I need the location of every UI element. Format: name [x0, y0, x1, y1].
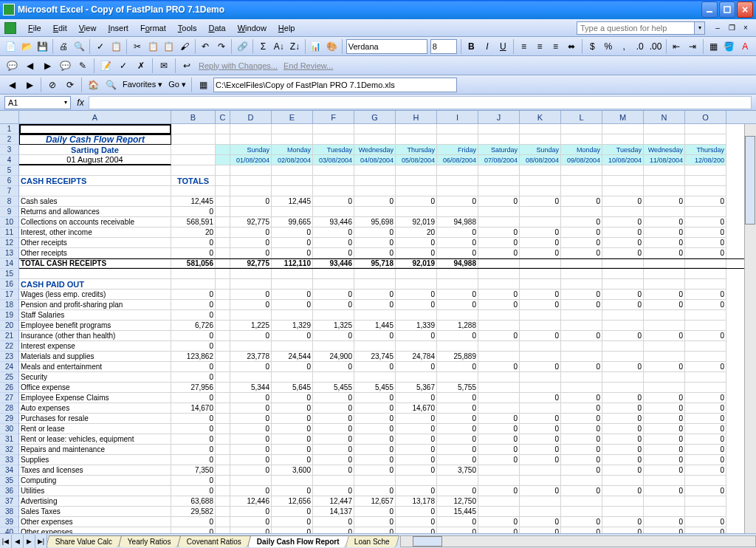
- cell[interactable]: [478, 393, 520, 403]
- cell[interactable]: [685, 496, 726, 507]
- column-header-g[interactable]: G: [354, 111, 396, 123]
- cell[interactable]: 0: [644, 238, 685, 248]
- cell[interactable]: [602, 176, 644, 186]
- cell[interactable]: 92,019: [396, 259, 437, 268]
- cell[interactable]: [644, 134, 685, 145]
- cell[interactable]: CASH PAID OUT: [19, 279, 171, 290]
- cell[interactable]: 0: [230, 517, 272, 527]
- cell[interactable]: 02/08/2004: [272, 155, 313, 165]
- cell[interactable]: [478, 352, 520, 362]
- cell[interactable]: 0: [354, 445, 396, 455]
- borders-button[interactable]: ▦: [707, 38, 721, 55]
- track-changes-button[interactable]: 📝: [97, 58, 114, 74]
- menu-insert[interactable]: Insert: [102, 21, 134, 35]
- cell[interactable]: 0: [354, 527, 396, 533]
- cell[interactable]: [216, 217, 230, 227]
- cell[interactable]: [216, 207, 230, 217]
- cell[interactable]: [396, 341, 437, 352]
- cell[interactable]: [644, 352, 685, 362]
- cell[interactable]: [230, 134, 272, 145]
- cell[interactable]: [313, 269, 354, 279]
- row-header-19[interactable]: 19: [0, 310, 18, 321]
- cell[interactable]: 12,656: [272, 496, 313, 507]
- cell[interactable]: 0: [354, 248, 396, 258]
- cell[interactable]: [685, 124, 726, 134]
- cell[interactable]: [216, 134, 230, 145]
- cell[interactable]: 0: [602, 393, 644, 403]
- cell[interactable]: 0: [685, 403, 726, 414]
- cell[interactable]: 0: [602, 527, 644, 533]
- tab-last-button[interactable]: ▶|: [35, 535, 47, 548]
- cell[interactable]: 0: [437, 455, 478, 465]
- cell[interactable]: [685, 341, 726, 352]
- row-header-40[interactable]: 40: [0, 527, 18, 533]
- cell[interactable]: 0: [644, 424, 685, 434]
- cell[interactable]: 01 August 2004: [19, 155, 171, 165]
- cell[interactable]: [478, 507, 520, 517]
- cell[interactable]: [272, 124, 313, 134]
- end-review-link[interactable]: End Review...: [281, 61, 336, 70]
- cell[interactable]: [520, 496, 561, 507]
- cell[interactable]: [602, 341, 644, 352]
- cell[interactable]: 0: [561, 434, 602, 445]
- cell[interactable]: 6,726: [171, 321, 216, 331]
- cell[interactable]: 5,645: [272, 383, 313, 393]
- cell[interactable]: Repairs and maintenance: [19, 445, 171, 455]
- cell[interactable]: 0: [272, 290, 313, 300]
- cell[interactable]: 0: [437, 434, 478, 445]
- cell[interactable]: Security: [19, 372, 171, 383]
- cell[interactable]: 95,698: [354, 217, 396, 227]
- cell[interactable]: [602, 310, 644, 321]
- cell[interactable]: [478, 207, 520, 217]
- cell[interactable]: 0: [561, 362, 602, 372]
- cell[interactable]: [272, 176, 313, 186]
- cell[interactable]: [216, 155, 230, 165]
- cell[interactable]: [396, 124, 437, 134]
- cell[interactable]: [520, 269, 561, 279]
- vertical-scrollbar[interactable]: [744, 124, 756, 533]
- cell[interactable]: 0: [396, 290, 437, 300]
- cell[interactable]: 5,455: [313, 383, 354, 393]
- row-header-23[interactable]: 23: [0, 352, 18, 362]
- cell[interactable]: [602, 207, 644, 217]
- column-header-l[interactable]: L: [561, 111, 602, 123]
- doc-restore-button[interactable]: ❐: [726, 22, 738, 34]
- cell[interactable]: 0: [396, 507, 437, 517]
- cell[interactable]: [478, 321, 520, 331]
- cell[interactable]: 0: [171, 414, 216, 424]
- cell[interactable]: 0: [644, 290, 685, 300]
- cell[interactable]: 0: [685, 455, 726, 465]
- tab-first-button[interactable]: |◀: [0, 535, 12, 548]
- cell[interactable]: 0: [171, 331, 216, 341]
- cell[interactable]: [216, 445, 230, 455]
- cell[interactable]: [396, 310, 437, 321]
- cell[interactable]: 0: [644, 248, 685, 258]
- cell[interactable]: 0: [230, 248, 272, 258]
- cell[interactable]: 10/08/2004: [602, 155, 644, 165]
- cell[interactable]: 20: [396, 227, 437, 238]
- cell[interactable]: 0: [171, 517, 216, 527]
- cell[interactable]: 0: [396, 424, 437, 434]
- cell[interactable]: [644, 476, 685, 486]
- cell[interactable]: 0: [354, 486, 396, 496]
- cell[interactable]: [437, 134, 478, 145]
- cell[interactable]: 123,862: [171, 352, 216, 362]
- bold-button[interactable]: B: [464, 38, 478, 55]
- cell[interactable]: 0: [437, 362, 478, 372]
- row-header-38[interactable]: 38: [0, 507, 18, 517]
- cell[interactable]: [520, 310, 561, 321]
- cell[interactable]: [216, 176, 230, 186]
- cell[interactable]: 1,339: [396, 321, 437, 331]
- cell[interactable]: 0: [396, 465, 437, 476]
- cell[interactable]: 0: [354, 227, 396, 238]
- cell[interactable]: 12,657: [354, 496, 396, 507]
- cell[interactable]: 0: [230, 445, 272, 455]
- cell[interactable]: Sales Taxes: [19, 507, 171, 517]
- row-header-5[interactable]: 5: [0, 165, 18, 176]
- cell[interactable]: 0: [602, 465, 644, 476]
- row-header-39[interactable]: 39: [0, 517, 18, 527]
- hyperlink-button[interactable]: 🔗: [235, 38, 249, 55]
- column-header-a[interactable]: A: [19, 111, 171, 123]
- row-header-8[interactable]: 8: [0, 196, 18, 207]
- cell[interactable]: [478, 259, 520, 268]
